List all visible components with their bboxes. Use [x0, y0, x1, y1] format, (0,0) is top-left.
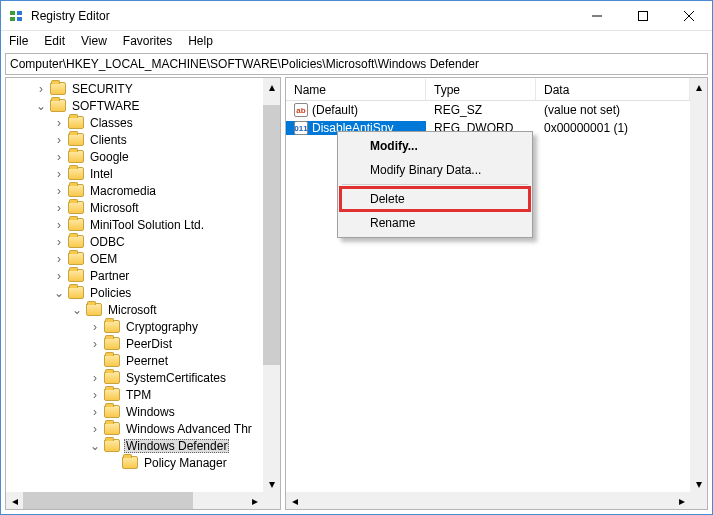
scroll-up-icon[interactable]: ▴ — [263, 78, 280, 95]
expand-icon[interactable]: › — [52, 218, 66, 232]
tree-item[interactable]: ODBC — [88, 235, 127, 249]
scroll-down-icon[interactable]: ▾ — [263, 475, 280, 492]
tree-item-security[interactable]: SECURITY — [70, 82, 135, 96]
collapse-icon[interactable]: ⌄ — [52, 286, 66, 300]
tree-item[interactable]: TPM — [124, 388, 153, 402]
scroll-thumb[interactable] — [23, 492, 193, 509]
scroll-thumb[interactable] — [263, 105, 280, 365]
tree-item[interactable]: Policy Manager — [142, 456, 229, 470]
menu-favorites[interactable]: Favorites — [123, 34, 172, 48]
folder-icon — [68, 218, 84, 231]
menu-view[interactable]: View — [81, 34, 107, 48]
context-modify-binary[interactable]: Modify Binary Data... — [340, 158, 530, 182]
expand-icon[interactable]: › — [52, 201, 66, 215]
folder-icon — [104, 422, 120, 435]
tree-item[interactable]: Google — [88, 150, 131, 164]
expand-icon[interactable]: › — [52, 235, 66, 249]
folder-icon — [68, 133, 84, 146]
tree-item[interactable]: SystemCertificates — [124, 371, 228, 385]
tree-item[interactable]: Windows — [124, 405, 177, 419]
menu-file[interactable]: File — [9, 34, 28, 48]
expand-icon[interactable]: › — [52, 184, 66, 198]
col-data[interactable]: Data — [536, 78, 690, 100]
expand-icon[interactable]: › — [52, 167, 66, 181]
expand-icon[interactable]: › — [88, 422, 102, 436]
tree-vscrollbar[interactable]: ▴ ▾ — [263, 78, 280, 492]
expand-icon[interactable]: › — [52, 150, 66, 164]
tree-item[interactable]: Partner — [88, 269, 131, 283]
tree-item[interactable]: Cryptography — [124, 320, 200, 334]
tree-item-windows-defender[interactable]: Windows Defender — [124, 439, 229, 453]
menu-help[interactable]: Help — [188, 34, 213, 48]
expand-icon[interactable]: › — [88, 337, 102, 351]
tree-item[interactable]: MiniTool Solution Ltd. — [88, 218, 206, 232]
svg-rect-3 — [17, 17, 22, 21]
folder-icon — [104, 405, 120, 418]
expand-icon[interactable]: › — [88, 371, 102, 385]
collapse-icon[interactable]: ⌄ — [34, 99, 48, 113]
minimize-button[interactable] — [574, 1, 620, 31]
tree-item-policies[interactable]: Policies — [88, 286, 133, 300]
folder-icon — [68, 269, 84, 282]
folder-icon — [68, 167, 84, 180]
list-header[interactable]: Name Type Data — [286, 78, 690, 101]
expand-icon[interactable]: › — [52, 133, 66, 147]
menu-edit[interactable]: Edit — [44, 34, 65, 48]
tree-item[interactable]: Microsoft — [88, 201, 141, 215]
folder-icon — [104, 320, 120, 333]
folder-icon — [104, 439, 120, 452]
folder-icon — [68, 201, 84, 214]
maximize-button[interactable] — [620, 1, 666, 31]
tree-item[interactable]: Macromedia — [88, 184, 158, 198]
context-rename[interactable]: Rename — [340, 211, 530, 235]
tree-item[interactable]: Classes — [88, 116, 135, 130]
tree-item-software[interactable]: SOFTWARE — [70, 99, 142, 113]
scroll-up-icon[interactable]: ▴ — [690, 78, 707, 95]
expand-icon[interactable]: › — [88, 320, 102, 334]
context-delete[interactable]: Delete — [340, 187, 530, 211]
context-menu: Modify... Modify Binary Data... Delete R… — [337, 131, 533, 238]
reg-dword-icon: 011 — [294, 121, 308, 135]
expand-icon[interactable]: › — [88, 388, 102, 402]
context-modify[interactable]: Modify... — [340, 134, 530, 158]
folder-icon — [50, 99, 66, 112]
address-bar[interactable]: Computer\HKEY_LOCAL_MACHINE\SOFTWARE\Pol… — [5, 53, 708, 75]
tree-item[interactable]: Intel — [88, 167, 115, 181]
svg-rect-0 — [10, 11, 15, 15]
tree-item[interactable]: OEM — [88, 252, 119, 266]
tree-item[interactable]: Windows Advanced Thr — [124, 422, 254, 436]
tree-item[interactable]: Peernet — [124, 354, 170, 368]
close-button[interactable] — [666, 1, 712, 31]
list-vscrollbar[interactable]: ▴ ▾ — [690, 78, 707, 492]
scroll-right-icon[interactable]: ▸ — [673, 492, 690, 509]
expand-icon[interactable]: › — [52, 116, 66, 130]
expand-icon[interactable]: › — [52, 252, 66, 266]
scroll-down-icon[interactable]: ▾ — [690, 475, 707, 492]
col-type[interactable]: Type — [426, 78, 536, 100]
window-title: Registry Editor — [31, 9, 574, 23]
folder-icon — [68, 116, 84, 129]
expand-icon[interactable]: › — [34, 82, 48, 96]
scrollbar-corner — [690, 492, 707, 509]
list-hscrollbar[interactable]: ◂ ▸ — [286, 492, 690, 509]
list-row[interactable]: ab(Default) REG_SZ (value not set) — [286, 101, 690, 119]
scroll-right-icon[interactable]: ▸ — [246, 492, 263, 509]
scroll-left-icon[interactable]: ◂ — [6, 492, 23, 509]
titlebar: Registry Editor — [1, 1, 712, 31]
tree-item[interactable]: Clients — [88, 133, 129, 147]
collapse-icon[interactable]: ⌄ — [88, 439, 102, 453]
tree-item-microsoft[interactable]: Microsoft — [106, 303, 159, 317]
scroll-left-icon[interactable]: ◂ — [286, 492, 303, 509]
collapse-icon[interactable]: ⌄ — [70, 303, 84, 317]
expand-icon[interactable]: › — [52, 269, 66, 283]
folder-icon — [68, 150, 84, 163]
reg-sz-icon: ab — [294, 103, 308, 117]
expand-icon[interactable]: › — [88, 405, 102, 419]
svg-rect-1 — [10, 17, 15, 21]
tree-hscrollbar[interactable]: ◂ ▸ — [6, 492, 263, 509]
statusbar — [1, 510, 712, 514]
folder-icon — [68, 235, 84, 248]
col-name[interactable]: Name — [286, 78, 426, 100]
context-separator — [342, 184, 528, 185]
tree-item[interactable]: PeerDist — [124, 337, 174, 351]
